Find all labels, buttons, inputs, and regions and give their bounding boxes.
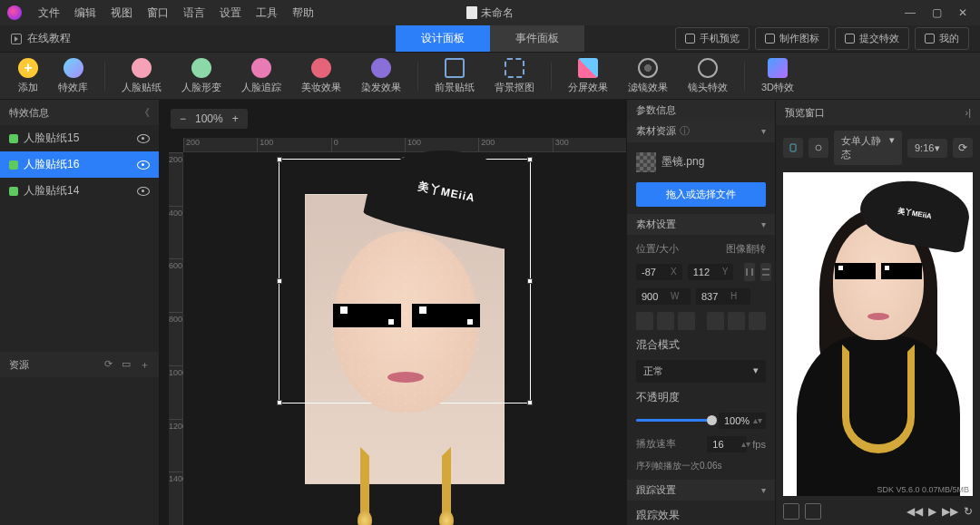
glasses-sticker[interactable] xyxy=(333,304,480,327)
menu-帮助[interactable]: 帮助 xyxy=(285,5,321,21)
resources-panel-title: 资源 xyxy=(9,358,29,372)
title-text: 未命名 xyxy=(481,5,514,21)
tool-lens[interactable]: 镜头特效 xyxy=(681,58,735,94)
tool-bg[interactable]: 背景抠图 xyxy=(487,58,542,94)
collapse-icon[interactable]: 《 xyxy=(140,106,150,120)
preview-image: 美丫MEiiA SDK V5.6.0 0.07MB/5MB xyxy=(783,172,973,496)
x-input[interactable]: X xyxy=(636,264,682,280)
flip-v-button[interactable] xyxy=(760,263,771,281)
tool-threed[interactable]: 3D特效 xyxy=(754,58,801,94)
menu-编辑[interactable]: 编辑 xyxy=(67,5,103,21)
face-preview[interactable]: 美丫MEiiA xyxy=(305,194,505,484)
folder-icon[interactable]: ▭ xyxy=(122,358,131,372)
device-1-button[interactable] xyxy=(783,503,799,520)
opacity-slider[interactable] xyxy=(636,419,711,422)
material-resource-header[interactable]: 素材资源ⓘ ▾ xyxy=(627,121,775,141)
zoom-in-button[interactable]: + xyxy=(232,112,239,125)
pose-select[interactable]: 女单人静态▾ xyxy=(834,131,902,165)
zoom-value: 100% xyxy=(195,112,223,125)
preview-mode-1[interactable] xyxy=(783,138,803,158)
tool-st[interactable]: 人脸贴纸 xyxy=(114,58,169,94)
opacity-value[interactable]: ▴▾ xyxy=(719,413,766,429)
chain-sticker[interactable] xyxy=(360,447,451,526)
ratio-select[interactable]: 9:16▾ xyxy=(907,139,947,158)
tool-add[interactable]: +添加 xyxy=(11,58,45,94)
make-button[interactable]: 制作图标 xyxy=(755,27,829,50)
lips xyxy=(387,372,424,383)
tool-track[interactable]: 人脸追踪 xyxy=(234,58,289,94)
zoom-control[interactable]: − 100% + xyxy=(171,109,248,129)
stop-button[interactable]: ↻ xyxy=(964,505,973,518)
vertical-ruler: 200400600800100012001400 xyxy=(169,152,183,525)
preview-mode-2[interactable] xyxy=(808,138,828,158)
tab-0[interactable]: 设计面板 xyxy=(396,25,490,52)
add-resource-icon[interactable]: ＋ xyxy=(140,358,150,372)
zoom-out-button[interactable]: − xyxy=(180,112,186,125)
resource-filename: 墨镜.png xyxy=(662,154,704,170)
visibility-icon[interactable] xyxy=(137,134,150,143)
tool-filter[interactable]: 滤镜效果 xyxy=(621,58,675,94)
submit-button[interactable]: 提交特效 xyxy=(835,27,909,50)
material-settings-header[interactable]: 素材设置▾ xyxy=(627,214,775,235)
flip-h-button[interactable] xyxy=(744,263,755,281)
tutorial-button[interactable]: 在线教程 xyxy=(11,31,71,46)
speed-input[interactable]: ▴▾ xyxy=(707,436,747,452)
tool-makeup[interactable]: 美妆效果 xyxy=(294,58,348,94)
align-bottom-button[interactable] xyxy=(749,312,766,330)
align-center-v-button[interactable] xyxy=(728,312,745,330)
device-2-button[interactable] xyxy=(805,503,821,520)
phone-button[interactable]: 手机预览 xyxy=(675,27,750,50)
tool-split[interactable]: 分屏效果 xyxy=(561,58,615,94)
blend-mode-label: 混合模式 xyxy=(636,337,766,353)
canvas-area[interactable]: − 100% + 2001000100200300 20040060080010… xyxy=(160,100,626,525)
tab-1[interactable]: 事件面板 xyxy=(490,25,584,52)
refresh-preview-button[interactable]: ⟳ xyxy=(953,138,973,158)
align-left-button[interactable] xyxy=(636,312,653,330)
menu-语言[interactable]: 语言 xyxy=(176,5,212,21)
track-settings-header[interactable]: 跟踪设置▾ xyxy=(627,480,775,501)
blend-mode-select[interactable]: 正常▾ xyxy=(636,360,766,383)
svg-rect-0 xyxy=(790,144,796,151)
opacity-label: 不透明度 xyxy=(636,390,766,405)
resource-file[interactable]: 墨镜.png xyxy=(636,150,766,175)
tool-fg[interactable]: 前景贴纸 xyxy=(427,58,482,94)
next-button[interactable]: ▶▶ xyxy=(942,505,958,518)
expand-icon[interactable]: ›| xyxy=(965,107,971,118)
y-input[interactable]: Y xyxy=(688,264,734,280)
menu-视图[interactable]: 视图 xyxy=(103,5,140,21)
play-button[interactable]: ▶ xyxy=(928,505,936,518)
visibility-icon[interactable] xyxy=(137,160,150,170)
effects-panel-title: 特效信息 xyxy=(9,106,49,120)
menu-工具[interactable]: 工具 xyxy=(249,5,285,21)
menu-设置[interactable]: 设置 xyxy=(212,5,249,21)
tool-hair[interactable]: 染发效果 xyxy=(354,58,408,94)
align-center-h-button[interactable] xyxy=(657,312,674,330)
visibility-icon[interactable] xyxy=(137,187,150,196)
w-input[interactable]: W xyxy=(636,288,691,305)
play-icon xyxy=(11,34,22,44)
h-input[interactable]: H xyxy=(696,288,750,305)
choose-file-button[interactable]: 拖入或选择文件 xyxy=(636,182,766,207)
align-right-button[interactable] xyxy=(678,312,695,330)
tutorial-label: 在线教程 xyxy=(27,31,71,46)
close-button[interactable]: ✕ xyxy=(958,6,967,19)
mine-button[interactable]: 我的 xyxy=(915,27,969,50)
minimize-button[interactable]: — xyxy=(905,6,916,19)
tool-morph[interactable]: 人脸形变 xyxy=(174,58,229,94)
track-effect-label: 跟踪效果 xyxy=(636,508,766,523)
fps-label: fps xyxy=(752,439,766,450)
refresh-icon[interactable]: ⟳ xyxy=(104,358,113,372)
layer-item[interactable]: 人脸贴纸14 xyxy=(0,178,159,204)
preview-panel-title: 预览窗口 xyxy=(785,106,825,120)
menu-文件[interactable]: 文件 xyxy=(31,5,67,21)
layer-item[interactable]: 人脸贴纸15 xyxy=(0,125,159,151)
app-logo xyxy=(7,5,22,20)
maximize-button[interactable]: ▢ xyxy=(932,6,942,19)
prev-button[interactable]: ◀◀ xyxy=(906,505,923,518)
params-panel-title: 参数信息 xyxy=(636,103,676,117)
menu-窗口[interactable]: 窗口 xyxy=(140,5,176,21)
align-top-button[interactable] xyxy=(707,312,724,330)
tool-fx[interactable]: 特效库 xyxy=(51,58,95,94)
resource-thumbnail xyxy=(636,152,656,172)
layer-item[interactable]: 人脸贴纸16 xyxy=(0,151,159,178)
